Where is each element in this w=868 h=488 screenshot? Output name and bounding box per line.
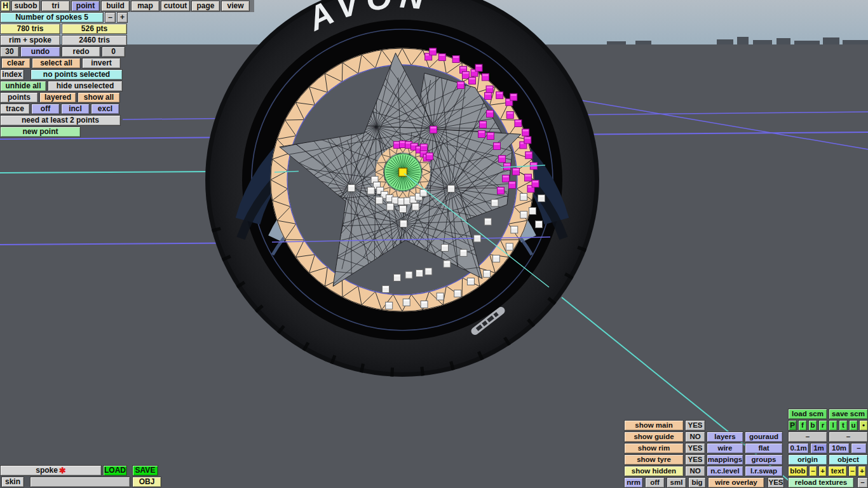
blob-minus-button[interactable]: – — [809, 466, 817, 477]
show-rim-toggle[interactable]: show rim — [624, 443, 684, 454]
menu-item-subob[interactable]: subob — [11, 1, 40, 11]
menu-item-point[interactable]: point — [71, 1, 100, 11]
nrm-button[interactable]: nrm — [624, 477, 643, 488]
undo-button[interactable]: undo — [20, 46, 60, 57]
show-guide-value[interactable]: NO — [685, 431, 705, 442]
nrm-sml-button[interactable]: sml — [667, 477, 686, 488]
selection-actions-row: clear select all invert — [1, 58, 121, 69]
text-plus-button[interactable]: + — [858, 466, 866, 477]
scm-dash2-button[interactable]: – — [829, 431, 868, 442]
menu-item-h[interactable]: H — [1, 1, 10, 11]
trace-off-button[interactable]: off — [31, 104, 60, 114]
hint-row: need at least 2 points — [0, 115, 121, 126]
skin-row: skin OBJ — [1, 477, 161, 487]
new-point-button[interactable]: new point — [0, 126, 81, 137]
channel-t-button[interactable]: t — [839, 420, 848, 431]
rim-spoke-button[interactable]: rim + spoke — [0, 35, 60, 46]
show-tyre-value[interactable]: YES — [685, 454, 705, 465]
spokes-row: Number of spokes 5 – + — [0, 12, 128, 23]
menu-item-tri[interactable]: tri — [41, 1, 70, 11]
menu-item-cutout[interactable]: cutout — [161, 1, 190, 11]
channel-dot-button[interactable]: • — [859, 420, 868, 431]
text-minus-button[interactable]: – — [848, 466, 857, 477]
save-button[interactable]: SAVE — [132, 465, 158, 476]
flat-button[interactable]: flat — [745, 443, 783, 454]
select-all-button[interactable]: select all — [32, 58, 81, 69]
lr-swap-button[interactable]: l.r.swap — [745, 466, 783, 477]
show-rim-value[interactable]: YES — [685, 443, 705, 454]
unhide-all-button[interactable]: unhide all — [0, 81, 46, 92]
show-tyre-toggle[interactable]: show tyre — [624, 454, 684, 465]
skin-name-field[interactable] — [30, 477, 130, 487]
save-scm-button[interactable]: save scm — [829, 409, 868, 419]
channel-u-button[interactable]: u — [849, 420, 858, 431]
scale-10m-button[interactable]: 10m — [829, 443, 850, 454]
points-display-row: points layered show all — [0, 92, 120, 103]
index-button[interactable]: index — [0, 69, 24, 80]
channel-p-button[interactable]: P — [788, 420, 797, 431]
menu-item-map[interactable]: map — [131, 1, 159, 11]
reload-textures-button[interactable]: reload textures — [788, 477, 854, 488]
channel-b-button[interactable]: b — [808, 420, 817, 431]
rim-spoke-tris-count: 2460 tris — [62, 35, 127, 46]
nrm-off-button[interactable]: off — [645, 477, 665, 488]
points-button[interactable]: points — [0, 92, 38, 103]
clear-button[interactable]: clear — [1, 58, 31, 69]
menu-item-build[interactable]: build — [101, 1, 130, 11]
layers-button[interactable]: layers — [707, 431, 743, 442]
trace-button[interactable]: trace — [0, 104, 30, 114]
skin-button[interactable]: skin — [1, 477, 24, 487]
nrm-big-button[interactable]: big — [688, 477, 706, 488]
show-main-value[interactable]: YES — [685, 420, 705, 431]
blob-button[interactable]: blob — [788, 466, 808, 477]
file-row: spoke✱ LOAD SAVE — [0, 465, 158, 476]
channel-l-button[interactable]: l — [829, 420, 837, 431]
show-main-toggle[interactable]: show main — [624, 420, 684, 431]
mappings-button[interactable]: mappings — [707, 454, 743, 465]
spokes-plus-button[interactable]: + — [117, 12, 128, 23]
object-name: spoke — [36, 466, 58, 475]
scale-1m-button[interactable]: 1m — [810, 443, 827, 454]
hide-unselected-button[interactable]: hide unselected — [48, 81, 123, 92]
reload-dash-button[interactable]: – — [857, 477, 868, 488]
spokes-minus-button[interactable]: – — [105, 12, 116, 23]
layered-button[interactable]: layered — [39, 92, 76, 103]
undo-redo-row: 30 undo redo 0 — [0, 46, 125, 57]
channel-r-button[interactable]: r — [818, 420, 827, 431]
nc-level-button[interactable]: n.c.level — [707, 466, 743, 477]
scale-dash-button[interactable]: – — [851, 443, 867, 454]
show-guide-toggle[interactable]: show guide — [624, 431, 684, 442]
redo-button[interactable]: redo — [62, 46, 100, 57]
blob-plus-button[interactable]: + — [818, 466, 827, 477]
load-scm-button[interactable]: load scm — [788, 409, 827, 419]
show-hidden-toggle[interactable]: show hidden — [624, 466, 684, 477]
scale-01m-button[interactable]: 0.1m — [788, 443, 809, 454]
scm-dash1-button[interactable]: – — [788, 431, 827, 442]
selection-status: no points selected — [31, 69, 123, 80]
redo-steps-count: 0 — [102, 46, 125, 57]
menu-item-page[interactable]: page — [191, 1, 220, 11]
wire-overlay-toggle[interactable]: wire overlay — [708, 477, 764, 488]
show-hidden-value[interactable]: NO — [685, 466, 705, 477]
groups-button[interactable]: groups — [745, 454, 783, 465]
invert-button[interactable]: invert — [82, 58, 121, 69]
origin-button[interactable]: origin — [788, 454, 827, 465]
viewport-3d[interactable]: AVON — [0, 0, 868, 488]
pts-count: 526 pts — [62, 24, 127, 34]
hide-row: unhide all hide unselected — [0, 81, 123, 92]
index-row: index no points selected — [0, 69, 123, 80]
hint-message: need at least 2 points — [0, 115, 121, 126]
text-button[interactable]: text — [828, 466, 847, 477]
object-name-field[interactable]: spoke✱ — [0, 465, 102, 476]
wire-button[interactable]: wire — [707, 443, 743, 454]
show-all-button[interactable]: show all — [78, 92, 120, 103]
load-button[interactable]: LOAD — [103, 465, 127, 476]
channel-f-button[interactable]: f — [798, 420, 807, 431]
obj-export-button[interactable]: OBJ — [132, 477, 161, 487]
trace-excl-button[interactable]: excl — [91, 104, 119, 114]
wire-overlay-value[interactable]: YES — [768, 477, 784, 488]
menu-item-view[interactable]: view — [221, 1, 250, 11]
gouraud-button[interactable]: gouraud — [745, 431, 783, 442]
object-button[interactable]: object — [829, 454, 868, 465]
trace-incl-button[interactable]: incl — [61, 104, 90, 114]
